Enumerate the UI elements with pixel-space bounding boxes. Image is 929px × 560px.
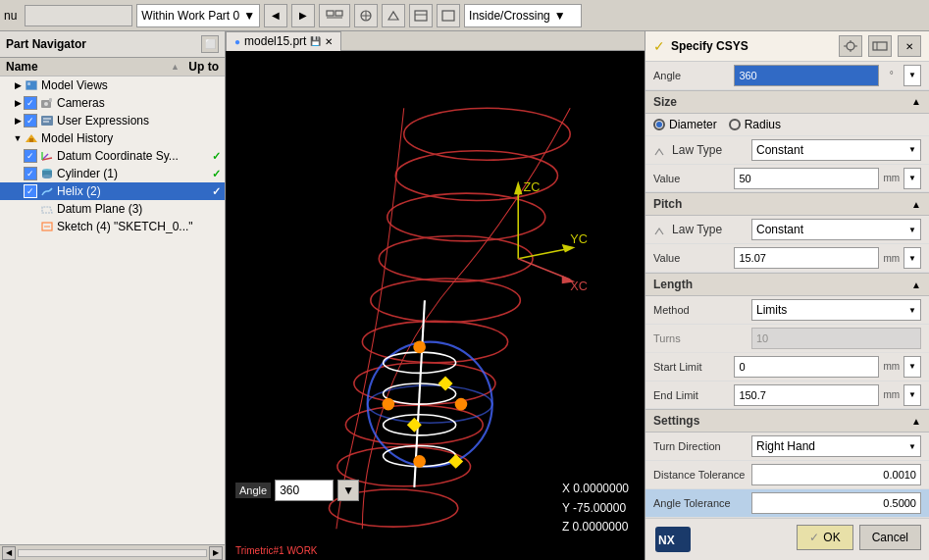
model-history-label: Model History bbox=[41, 131, 221, 145]
datum-coord-checkbox[interactable]: ✓ bbox=[24, 149, 37, 163]
ok-check-icon: ✓ bbox=[809, 531, 819, 544]
turn-dir-dropdown[interactable]: Right Hand ▼ bbox=[751, 435, 921, 457]
toolbar-btn-5[interactable] bbox=[382, 4, 405, 27]
canvas-viewport[interactable]: ZC YC XC Angle 360 ▼ X 0.000000 bbox=[226, 51, 645, 560]
tree-item-sketch[interactable]: Sketch (4) "SKETCH_0..." bbox=[0, 218, 225, 235]
pitch-value-label: Value bbox=[653, 252, 734, 264]
toolbar-btn-4[interactable] bbox=[354, 4, 378, 27]
svg-point-64 bbox=[847, 42, 854, 50]
user-expr-icon bbox=[39, 114, 55, 127]
cancel-button[interactable]: Cancel bbox=[859, 525, 921, 550]
pitch-law-type-dropdown[interactable]: Constant ▼ bbox=[751, 219, 921, 240]
scroll-track[interactable] bbox=[18, 549, 207, 557]
radius-label: Radius bbox=[745, 118, 781, 131]
size-radio-group: Diameter Radius bbox=[645, 114, 929, 136]
size-law-type-value: Constant bbox=[756, 143, 803, 157]
tree-item-cylinder[interactable]: ✓ Cylinder (1) ✓ bbox=[0, 165, 225, 182]
cameras-checkbox[interactable]: ✓ bbox=[24, 96, 37, 110]
col-upto-header: Up to bbox=[180, 60, 219, 74]
user-expr-checkbox[interactable]: ✓ bbox=[24, 114, 37, 127]
tree-item-model-views[interactable]: ▶ Model Views bbox=[0, 76, 225, 94]
size-unit-dropdown[interactable]: ▼ bbox=[903, 168, 921, 189]
tree-item-datum-coord[interactable]: ✓ Datum Coordinate Sy... ✓ bbox=[0, 147, 225, 165]
end-limit-field[interactable]: 150.7 bbox=[734, 384, 879, 406]
angle-label-overlay: Angle bbox=[235, 483, 271, 498]
view-dropdown[interactable]: Inside/Crossing ▼ bbox=[464, 4, 582, 27]
pitch-unit: mm bbox=[879, 253, 903, 264]
menu-label: nu bbox=[4, 9, 17, 23]
expand-cameras-icon[interactable]: ▶ bbox=[12, 98, 24, 108]
cylinder-checkbox[interactable]: ✓ bbox=[24, 167, 37, 180]
start-limit-field[interactable]: 0 bbox=[734, 356, 879, 378]
expand-model-history-icon[interactable]: ▼ bbox=[12, 133, 24, 143]
size-law-type-arrow-icon: ▼ bbox=[908, 145, 916, 154]
toolbar-btn-1[interactable]: ◀ bbox=[264, 4, 287, 27]
maximize-button[interactable]: ⬜ bbox=[201, 35, 219, 53]
toolbar-btn-2[interactable]: ▶ bbox=[291, 4, 315, 27]
header-btn-1[interactable] bbox=[839, 35, 862, 57]
tree-item-datum-plane[interactable]: Datum Plane (3) bbox=[0, 200, 225, 218]
diameter-radio[interactable]: Diameter bbox=[653, 118, 717, 131]
length-method-dropdown[interactable]: Limits ▼ bbox=[751, 299, 921, 321]
header-btn-2[interactable] bbox=[868, 35, 892, 57]
tree-item-user-expressions[interactable]: ▶ ✓ User Expressions bbox=[0, 112, 225, 129]
work-part-dropdown[interactable]: Within Work Part 0 ▼ bbox=[136, 4, 260, 27]
tree-body: ▶ Model Views ▶ ✓ Cameras ▶ ✓ bbox=[0, 76, 225, 544]
ok-button[interactable]: ✓ OK bbox=[797, 525, 852, 550]
pitch-value-field[interactable]: 15.07 bbox=[734, 247, 879, 269]
header-btn-3[interactable]: ✕ bbox=[898, 35, 921, 57]
toolbar-btn-3[interactable] bbox=[319, 4, 350, 27]
length-section-arrow-icon: ▲ bbox=[911, 280, 921, 290]
left-scroll-bar[interactable]: ◀ ▶ bbox=[0, 544, 225, 560]
svg-marker-27 bbox=[42, 207, 52, 213]
angle-input-overlay[interactable]: 360 bbox=[275, 480, 334, 501]
angle-tol-field[interactable]: 0.5000 bbox=[751, 492, 921, 514]
end-unit-dropdown[interactable]: ▼ bbox=[903, 384, 921, 406]
angle-unit-dropdown[interactable]: ▼ bbox=[903, 65, 921, 86]
tab-save-icon: 💾 bbox=[310, 36, 321, 46]
pitch-section-header[interactable]: Pitch ▲ bbox=[645, 192, 929, 216]
pitch-law-type-arrow-icon: ▼ bbox=[908, 226, 916, 234]
angle-field[interactable]: 360 bbox=[734, 65, 879, 86]
pitch-value-row: Value 15.07 mm ▼ bbox=[645, 244, 929, 273]
expand-user-expr-icon[interactable]: ▶ bbox=[12, 116, 24, 126]
expand-model-views-icon[interactable]: ▶ bbox=[12, 80, 24, 90]
coord-x: X 0.0000000 bbox=[562, 480, 629, 498]
helix-checkbox[interactable]: ✓ bbox=[24, 184, 37, 198]
view-arrow-icon: ▼ bbox=[554, 9, 566, 23]
end-unit-arrow-icon: ▼ bbox=[908, 390, 916, 399]
model-tab[interactable]: ● model15.prt 💾 ✕ bbox=[226, 31, 341, 51]
pitch-unit-dropdown[interactable]: ▼ bbox=[903, 247, 921, 269]
tree-item-cameras[interactable]: ▶ ✓ Cameras bbox=[0, 94, 225, 112]
coord-z: Z 0.0000000 bbox=[562, 518, 629, 536]
toolbar-btn-6[interactable] bbox=[409, 4, 433, 27]
command-input[interactable] bbox=[25, 5, 132, 26]
size-value-row: Value 50 mm ▼ bbox=[645, 165, 929, 193]
tab-close-button[interactable]: ✕ bbox=[325, 36, 333, 47]
size-section-header[interactable]: Size ▲ bbox=[645, 90, 929, 114]
length-section-header[interactable]: Length ▲ bbox=[645, 273, 929, 296]
size-value-field[interactable]: 50 bbox=[734, 168, 879, 189]
end-limit-row: End Limit 150.7 mm ▼ bbox=[645, 382, 929, 410]
start-unit-dropdown[interactable]: ▼ bbox=[903, 356, 921, 378]
sort-icon[interactable]: ▲ bbox=[171, 62, 180, 72]
tree-item-helix[interactable]: ✓ Helix (2) ✓ bbox=[0, 182, 225, 200]
svg-rect-1 bbox=[335, 11, 342, 16]
radius-radio[interactable]: Radius bbox=[729, 118, 781, 131]
angle-dropdown-overlay[interactable]: ▼ bbox=[337, 480, 359, 501]
right-panel: ✓ Specify CSYS ✕ Angle 360 ° ▼ Size ▲ bbox=[645, 31, 929, 560]
scroll-right-btn[interactable]: ▶ bbox=[209, 546, 223, 560]
tree-item-model-history[interactable]: ▼ Model History bbox=[0, 129, 225, 147]
user-expr-label: User Expressions bbox=[57, 114, 221, 127]
pitch-section-title: Pitch bbox=[653, 197, 682, 211]
trimetric-label: Trimetric#1 WORK bbox=[235, 545, 318, 556]
settings-section-header[interactable]: Settings ▲ bbox=[645, 409, 929, 433]
header-icon-1 bbox=[843, 39, 858, 53]
toolbar-btn-7[interactable] bbox=[437, 4, 460, 27]
size-law-type-dropdown[interactable]: Constant ▼ bbox=[751, 139, 921, 161]
tab-label: model15.prt bbox=[244, 34, 306, 48]
dist-tol-field[interactable]: 0.0010 bbox=[751, 464, 921, 485]
pitch-law-type-row: Law Type Constant ▼ bbox=[645, 216, 929, 244]
scroll-left-btn[interactable]: ◀ bbox=[2, 546, 16, 560]
cancel-label: Cancel bbox=[872, 531, 908, 544]
